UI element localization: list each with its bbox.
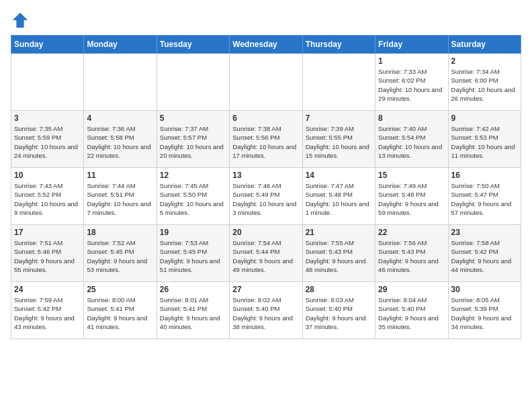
- day-of-week-header: Monday: [84, 36, 157, 54]
- day-of-week-header: Thursday: [302, 36, 375, 54]
- day-number: 23: [451, 228, 518, 237]
- day-info: Sunrise: 7:37 AMSunset: 5:57 PMDaylight:…: [160, 124, 226, 160]
- calendar-cell: 10Sunrise: 7:43 AMSunset: 5:52 PMDayligh…: [11, 168, 84, 225]
- day-info: Sunrise: 8:00 AMSunset: 5:41 PMDaylight:…: [87, 295, 153, 331]
- day-info: Sunrise: 7:52 AMSunset: 5:45 PMDaylight:…: [87, 238, 153, 274]
- calendar-cell: [157, 54, 229, 111]
- day-of-week-header: Saturday: [448, 36, 521, 54]
- calendar-cell: 4Sunrise: 7:36 AMSunset: 5:58 PMDaylight…: [84, 111, 157, 168]
- day-number: 29: [378, 285, 445, 294]
- day-info: Sunrise: 7:39 AMSunset: 5:55 PMDaylight:…: [306, 124, 372, 160]
- svg-marker-0: [13, 13, 28, 28]
- calendar-cell: [302, 54, 375, 111]
- calendar-week-row: 24Sunrise: 7:59 AMSunset: 5:42 PMDayligh…: [11, 282, 521, 339]
- calendar-cell: 27Sunrise: 8:02 AMSunset: 5:40 PMDayligh…: [230, 282, 302, 339]
- page-header: [11, 11, 521, 30]
- calendar-cell: 22Sunrise: 7:56 AMSunset: 5:43 PMDayligh…: [375, 225, 448, 282]
- calendar-cell: 28Sunrise: 8:03 AMSunset: 5:40 PMDayligh…: [302, 282, 375, 339]
- day-info: Sunrise: 7:40 AMSunset: 5:54 PMDaylight:…: [378, 124, 445, 160]
- calendar-cell: 11Sunrise: 7:44 AMSunset: 5:51 PMDayligh…: [84, 168, 157, 225]
- day-number: 3: [14, 113, 81, 123]
- day-info: Sunrise: 7:51 AMSunset: 5:46 PMDaylight:…: [14, 238, 81, 274]
- day-number: 11: [87, 171, 153, 180]
- day-number: 30: [451, 285, 518, 294]
- day-info: Sunrise: 7:38 AMSunset: 5:56 PMDaylight:…: [232, 124, 299, 160]
- calendar-cell: 23Sunrise: 7:58 AMSunset: 5:42 PMDayligh…: [448, 225, 521, 282]
- day-number: 28: [306, 285, 372, 294]
- day-number: 13: [232, 171, 299, 180]
- calendar-week-row: 3Sunrise: 7:35 AMSunset: 5:59 PMDaylight…: [11, 111, 521, 168]
- day-number: 20: [232, 228, 299, 237]
- day-info: Sunrise: 7:36 AMSunset: 5:58 PMDaylight:…: [87, 124, 153, 160]
- day-number: 24: [14, 285, 81, 294]
- calendar-cell: 15Sunrise: 7:49 AMSunset: 5:48 PMDayligh…: [375, 168, 448, 225]
- logo-icon: [11, 11, 30, 30]
- calendar-cell: 2Sunrise: 7:34 AMSunset: 6:00 PMDaylight…: [448, 54, 521, 111]
- day-number: 5: [160, 113, 226, 123]
- day-info: Sunrise: 7:47 AMSunset: 5:48 PMDaylight:…: [306, 181, 372, 217]
- day-number: 25: [87, 285, 153, 294]
- calendar-cell: 17Sunrise: 7:51 AMSunset: 5:46 PMDayligh…: [11, 225, 84, 282]
- day-info: Sunrise: 7:59 AMSunset: 5:42 PMDaylight:…: [14, 295, 81, 331]
- day-number: 15: [378, 171, 445, 180]
- calendar-cell: [230, 54, 302, 111]
- day-number: 4: [87, 113, 153, 123]
- day-of-week-header: Friday: [375, 36, 448, 54]
- calendar-cell: 13Sunrise: 7:46 AMSunset: 5:49 PMDayligh…: [230, 168, 302, 225]
- day-number: 12: [160, 171, 226, 180]
- calendar-week-row: 17Sunrise: 7:51 AMSunset: 5:46 PMDayligh…: [11, 225, 521, 282]
- calendar-cell: 25Sunrise: 8:00 AMSunset: 5:41 PMDayligh…: [84, 282, 157, 339]
- day-number: 2: [451, 56, 518, 66]
- calendar-cell: 24Sunrise: 7:59 AMSunset: 5:42 PMDayligh…: [11, 282, 84, 339]
- day-number: 6: [232, 113, 299, 123]
- calendar-cell: 21Sunrise: 7:55 AMSunset: 5:43 PMDayligh…: [302, 225, 375, 282]
- day-info: Sunrise: 7:42 AMSunset: 5:53 PMDaylight:…: [451, 124, 518, 160]
- day-number: 14: [306, 171, 372, 180]
- calendar-cell: 20Sunrise: 7:54 AMSunset: 5:44 PMDayligh…: [230, 225, 302, 282]
- calendar-cell: 6Sunrise: 7:38 AMSunset: 5:56 PMDaylight…: [230, 111, 302, 168]
- calendar-cell: [84, 54, 157, 111]
- day-number: 8: [378, 113, 445, 123]
- day-info: Sunrise: 7:50 AMSunset: 5:47 PMDaylight:…: [451, 181, 518, 217]
- day-number: 19: [160, 228, 226, 237]
- day-info: Sunrise: 7:53 AMSunset: 5:45 PMDaylight:…: [160, 238, 226, 274]
- day-number: 26: [160, 285, 226, 294]
- day-number: 27: [232, 285, 299, 294]
- day-info: Sunrise: 7:58 AMSunset: 5:42 PMDaylight:…: [451, 238, 518, 274]
- calendar-cell: 9Sunrise: 7:42 AMSunset: 5:53 PMDaylight…: [448, 111, 521, 168]
- day-number: 16: [451, 171, 518, 180]
- day-info: Sunrise: 7:43 AMSunset: 5:52 PMDaylight:…: [14, 181, 81, 217]
- calendar-cell: [11, 54, 84, 111]
- day-number: 10: [14, 171, 81, 180]
- day-number: 1: [378, 56, 445, 66]
- logo: [11, 11, 32, 30]
- calendar-cell: 8Sunrise: 7:40 AMSunset: 5:54 PMDaylight…: [375, 111, 448, 168]
- day-info: Sunrise: 7:46 AMSunset: 5:49 PMDaylight:…: [232, 181, 299, 217]
- day-info: Sunrise: 7:49 AMSunset: 5:48 PMDaylight:…: [378, 181, 445, 217]
- calendar-cell: 12Sunrise: 7:45 AMSunset: 5:50 PMDayligh…: [157, 168, 229, 225]
- calendar-cell: 19Sunrise: 7:53 AMSunset: 5:45 PMDayligh…: [157, 225, 229, 282]
- calendar-week-row: 10Sunrise: 7:43 AMSunset: 5:52 PMDayligh…: [11, 168, 521, 225]
- day-info: Sunrise: 8:05 AMSunset: 5:39 PMDaylight:…: [451, 295, 518, 331]
- day-info: Sunrise: 7:45 AMSunset: 5:50 PMDaylight:…: [160, 181, 226, 217]
- day-info: Sunrise: 7:54 AMSunset: 5:44 PMDaylight:…: [232, 238, 299, 274]
- calendar-week-row: 1Sunrise: 7:33 AMSunset: 6:02 PMDaylight…: [11, 54, 521, 111]
- calendar-cell: 14Sunrise: 7:47 AMSunset: 5:48 PMDayligh…: [302, 168, 375, 225]
- day-info: Sunrise: 7:55 AMSunset: 5:43 PMDaylight:…: [306, 238, 372, 274]
- day-info: Sunrise: 7:44 AMSunset: 5:51 PMDaylight:…: [87, 181, 153, 217]
- calendar-cell: 7Sunrise: 7:39 AMSunset: 5:55 PMDaylight…: [302, 111, 375, 168]
- day-number: 18: [87, 228, 153, 237]
- day-number: 17: [14, 228, 81, 237]
- day-info: Sunrise: 8:03 AMSunset: 5:40 PMDaylight:…: [306, 295, 372, 331]
- calendar-cell: 5Sunrise: 7:37 AMSunset: 5:57 PMDaylight…: [157, 111, 229, 168]
- day-number: 22: [378, 228, 445, 237]
- calendar-header-row: SundayMondayTuesdayWednesdayThursdayFrid…: [11, 36, 521, 54]
- calendar-table: SundayMondayTuesdayWednesdayThursdayFrid…: [11, 35, 521, 339]
- calendar-cell: 16Sunrise: 7:50 AMSunset: 5:47 PMDayligh…: [448, 168, 521, 225]
- day-info: Sunrise: 8:02 AMSunset: 5:40 PMDaylight:…: [232, 295, 299, 331]
- calendar-cell: 29Sunrise: 8:04 AMSunset: 5:40 PMDayligh…: [375, 282, 448, 339]
- day-number: 7: [306, 113, 372, 123]
- day-info: Sunrise: 7:35 AMSunset: 5:59 PMDaylight:…: [14, 124, 81, 160]
- day-info: Sunrise: 8:04 AMSunset: 5:40 PMDaylight:…: [378, 295, 445, 331]
- day-number: 21: [306, 228, 372, 237]
